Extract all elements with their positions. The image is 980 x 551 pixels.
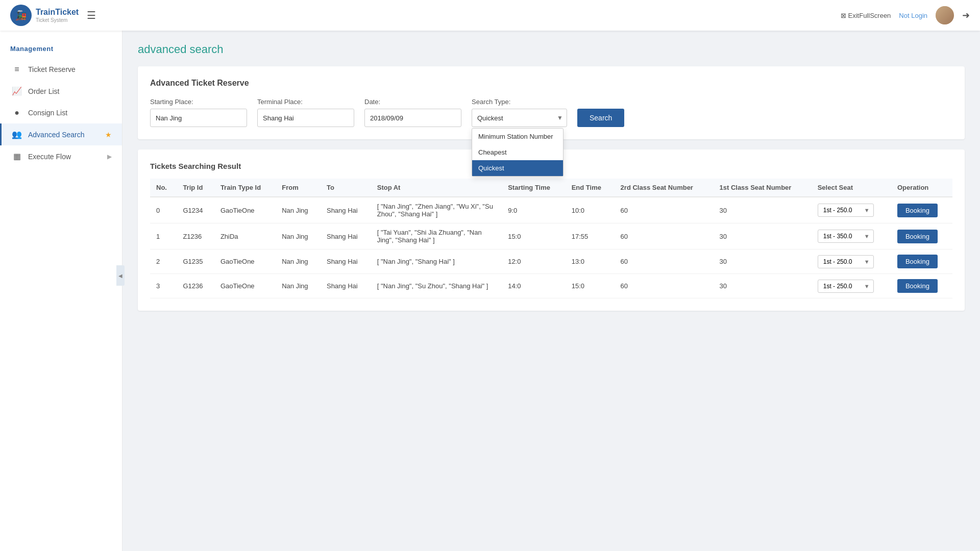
col-from: From bbox=[276, 179, 321, 197]
star-icon: ★ bbox=[105, 131, 112, 139]
cell-start-time: 12:0 bbox=[502, 249, 566, 274]
seat-select-wrapper: 1st - 250.0 1st - 350.0 2nd - 100.0 ▼ bbox=[818, 255, 874, 268]
seat-select-0[interactable]: 1st - 250.0 1st - 350.0 2nd - 100.0 bbox=[818, 204, 874, 217]
col-no: No. bbox=[150, 179, 177, 197]
sidebar-item-advanced-search[interactable]: 👥 Advanced Search ★ bbox=[0, 123, 122, 145]
col-operation: Operation bbox=[891, 179, 952, 197]
not-login-button[interactable]: Not Login bbox=[899, 12, 927, 19]
booking-button-2[interactable]: Booking bbox=[897, 255, 938, 268]
dropdown-item-cheapest[interactable]: Cheapest bbox=[472, 144, 563, 160]
execute-flow-icon: ▦ bbox=[12, 152, 22, 161]
cell-to: Shang Hai bbox=[321, 274, 371, 298]
seat-select-wrapper: 1st - 250.0 1st - 350.0 2nd - 100.0 ▼ bbox=[818, 230, 874, 243]
booking-button-3[interactable]: Booking bbox=[897, 279, 938, 293]
header-left: 🚂 TrainTicket Ticket System ☰ bbox=[10, 5, 96, 26]
cell-start-time: 15:0 bbox=[502, 223, 566, 249]
booking-button-0[interactable]: Booking bbox=[897, 204, 938, 217]
header-right: ⊠ ExitFullScreen Not Login ➜ bbox=[841, 6, 970, 24]
dropdown-item-quickest[interactable]: Quickest bbox=[472, 160, 563, 176]
starting-place-group: Starting Place: bbox=[150, 98, 247, 127]
cell-train-type: GaoTieOne bbox=[214, 249, 276, 274]
sidebar-item-execute-flow[interactable]: ▦ Execute Flow ▶ bbox=[0, 145, 122, 167]
terminal-place-input[interactable] bbox=[257, 109, 354, 127]
col-end-time: End Time bbox=[566, 179, 615, 197]
cell-no: 3 bbox=[150, 274, 177, 298]
arrow-icon: ▶ bbox=[107, 153, 112, 160]
col-to: To bbox=[321, 179, 371, 197]
cell-start-time: 14:0 bbox=[502, 274, 566, 298]
cell-train-type: GaoTieOne bbox=[214, 274, 276, 298]
logo-icon: 🚂 bbox=[10, 5, 32, 26]
sidebar-item-order-list[interactable]: 📈 Order List bbox=[0, 80, 122, 102]
layout: Management ≡ Ticket Reserve 📈 Order List… bbox=[0, 31, 980, 551]
header: 🚂 TrainTicket Ticket System ☰ ⊠ ExitFull… bbox=[0, 0, 980, 31]
terminal-place-group: Terminal Place: bbox=[257, 98, 354, 127]
dropdown-item-minimum-station[interactable]: Minimum Station Number bbox=[472, 129, 563, 144]
cell-trip-id: G1234 bbox=[177, 197, 214, 223]
table-row: 3 G1236 GaoTieOne Nan Jing Shang Hai [ "… bbox=[150, 274, 952, 298]
logo: 🚂 TrainTicket Ticket System bbox=[10, 5, 79, 26]
exit-fullscreen-label: ExitFullScreen bbox=[848, 12, 891, 19]
booking-button-1[interactable]: Booking bbox=[897, 230, 938, 243]
hamburger-icon[interactable]: ☰ bbox=[87, 9, 96, 21]
seat-select-wrapper: 1st - 250.0 1st - 350.0 2nd - 100.0 ▼ bbox=[818, 280, 874, 293]
search-type-group: Search Type: Quickest Minimum Station Nu… bbox=[472, 98, 567, 127]
cell-no: 2 bbox=[150, 249, 177, 274]
search-card: Advanced Ticket Reserve Starting Place: … bbox=[138, 66, 965, 139]
seat-select-2[interactable]: 1st - 250.0 1st - 350.0 2nd - 100.0 bbox=[818, 255, 874, 268]
results-table: No. Trip Id Train Type Id From To Stop A… bbox=[150, 179, 952, 298]
date-group: Date: bbox=[364, 98, 461, 127]
cell-1st-class: 30 bbox=[713, 249, 811, 274]
cell-from: Nan Jing bbox=[276, 274, 321, 298]
seat-select-3[interactable]: 1st - 250.0 1st - 350.0 2nd - 100.0 bbox=[818, 280, 874, 293]
search-type-select[interactable]: Quickest Minimum Station Number Cheapest bbox=[472, 109, 567, 127]
sidebar-collapse-button[interactable]: ◀ bbox=[116, 265, 125, 286]
sidebar-item-label: Consign List bbox=[28, 109, 67, 117]
cell-from: Nan Jing bbox=[276, 249, 321, 274]
exit-fullscreen-button[interactable]: ⊠ ExitFullScreen bbox=[841, 12, 891, 19]
col-train-type: Train Type Id bbox=[214, 179, 276, 197]
logout-icon[interactable]: ➜ bbox=[962, 10, 970, 21]
sidebar-item-label: Order List bbox=[28, 87, 59, 95]
order-list-icon: 📈 bbox=[12, 86, 22, 96]
search-type-dropdown: Minimum Station Number Cheapest Quickest bbox=[472, 128, 564, 177]
cell-stop-at: [ "Nan Jing", "Shang Hai" ] bbox=[371, 249, 502, 274]
cell-to: Shang Hai bbox=[321, 223, 371, 249]
sidebar-item-ticket-reserve[interactable]: ≡ Ticket Reserve bbox=[0, 59, 122, 80]
cell-operation: Booking bbox=[891, 223, 952, 249]
sidebar-item-consign-list[interactable]: ● Consign List bbox=[0, 102, 122, 123]
cell-1st-class: 30 bbox=[713, 223, 811, 249]
results-table-head: No. Trip Id Train Type Id From To Stop A… bbox=[150, 179, 952, 197]
sidebar-item-label: Advanced Search bbox=[28, 131, 85, 139]
cell-1st-class: 30 bbox=[713, 197, 811, 223]
cell-2nd-class: 60 bbox=[615, 197, 714, 223]
seat-select-wrapper: 1st - 250.0 1st - 350.0 2nd - 100.0 ▼ bbox=[818, 204, 874, 217]
seat-select-1[interactable]: 1st - 250.0 1st - 350.0 2nd - 100.0 bbox=[818, 230, 874, 243]
main-content: advanced search Advanced Ticket Reserve … bbox=[122, 31, 980, 551]
col-start-time: Starting Time bbox=[502, 179, 566, 197]
search-type-select-wrapper: Quickest Minimum Station Number Cheapest… bbox=[472, 109, 567, 127]
cell-trip-id: G1235 bbox=[177, 249, 214, 274]
date-input[interactable] bbox=[364, 109, 461, 127]
col-stop-at: Stop At bbox=[371, 179, 502, 197]
cell-2nd-class: 60 bbox=[615, 249, 714, 274]
cell-stop-at: [ "Nan Jing", "Zhen Jiang", "Wu Xi", "Su… bbox=[371, 197, 502, 223]
advanced-search-icon: 👥 bbox=[12, 130, 22, 139]
cell-2nd-class: 60 bbox=[615, 223, 714, 249]
cell-select-seat: 1st - 250.0 1st - 350.0 2nd - 100.0 ▼ bbox=[812, 197, 891, 223]
table-header-row: No. Trip Id Train Type Id From To Stop A… bbox=[150, 179, 952, 197]
avatar[interactable] bbox=[936, 6, 954, 24]
starting-place-input[interactable] bbox=[150, 109, 247, 127]
terminal-place-label: Terminal Place: bbox=[257, 98, 354, 106]
results-table-body: 0 G1234 GaoTieOne Nan Jing Shang Hai [ "… bbox=[150, 197, 952, 298]
table-row: 0 G1234 GaoTieOne Nan Jing Shang Hai [ "… bbox=[150, 197, 952, 223]
search-button[interactable]: Search bbox=[577, 109, 624, 127]
cell-operation: Booking bbox=[891, 274, 952, 298]
col-select-seat: Select Seat bbox=[812, 179, 891, 197]
cell-end-time: 17:55 bbox=[566, 223, 615, 249]
table-row: 1 Z1236 ZhiDa Nan Jing Shang Hai [ "Tai … bbox=[150, 223, 952, 249]
cell-2nd-class: 60 bbox=[615, 274, 714, 298]
cell-trip-id: Z1236 bbox=[177, 223, 214, 249]
cell-select-seat: 1st - 250.0 1st - 350.0 2nd - 100.0 ▼ bbox=[812, 223, 891, 249]
cell-stop-at: [ "Tai Yuan", "Shi Jia Zhuang", "Nan Jin… bbox=[371, 223, 502, 249]
